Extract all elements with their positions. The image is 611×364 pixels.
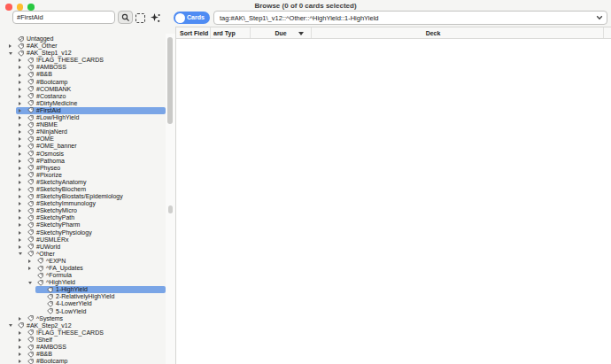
- sidebar-item-pixorize[interactable]: #Pixorize: [16, 172, 166, 179]
- expander-collapsed-icon[interactable]: [19, 245, 27, 249]
- expander-collapsed-icon[interactable]: [19, 123, 27, 127]
- expander-collapsed-icon[interactable]: [19, 174, 27, 177]
- expander-collapsed-icon[interactable]: [19, 152, 27, 156]
- table-body-empty[interactable]: [176, 39, 611, 364]
- sidebar-item-ak-other[interactable]: #AK_Other: [6, 43, 166, 50]
- cards-notes-toggle[interactable]: Cards: [174, 12, 210, 24]
- expander-collapsed-icon[interactable]: [19, 317, 27, 321]
- search-query-input[interactable]: [214, 12, 592, 24]
- expander-collapsed-icon[interactable]: [19, 66, 27, 69]
- expander-collapsed-icon[interactable]: [19, 181, 27, 184]
- chevron-down-icon[interactable]: [596, 15, 603, 20]
- sidebar-item-combank[interactable]: #COMBANK: [16, 86, 166, 93]
- expander-expanded-icon[interactable]: [19, 252, 27, 255]
- expander-collapsed-icon[interactable]: [19, 331, 27, 335]
- sidebar-item-sketchyanatomy[interactable]: #SketchyAnatomy: [16, 179, 166, 186]
- sidebar-item-amboss[interactable]: #AMBOSS: [16, 64, 166, 71]
- sidebar-item-firstaid[interactable]: #FirstAid: [16, 107, 166, 114]
- scrollbar-thumb-secondary[interactable]: [168, 205, 173, 213]
- sparkle-icon[interactable]: [149, 12, 161, 24]
- expander-collapsed-icon[interactable]: [9, 44, 18, 48]
- sidebar-filter-input[interactable]: [12, 11, 115, 24]
- expander-collapsed-icon[interactable]: [19, 88, 27, 91]
- sidebar-item-fa-updates[interactable]: ^FA_Updates: [26, 265, 166, 272]
- sidebar-item-b-b[interactable]: #B&B: [16, 71, 166, 78]
- sidebar-item-1-highyield[interactable]: 1-HighYield: [35, 286, 166, 293]
- column-header-sort-field[interactable]: Sort Field: [176, 27, 211, 38]
- sidebar-item-sketchymicro[interactable]: #SketchyMicro: [16, 207, 166, 214]
- sidebar-item-osmosis[interactable]: #Osmosis: [16, 151, 166, 158]
- expander-expanded-icon[interactable]: [9, 52, 18, 55]
- expander-collapsed-icon[interactable]: [19, 74, 27, 77]
- sidebar-item-expn[interactable]: ^EXPN: [26, 258, 166, 265]
- sidebar-item-formula[interactable]: ^Formula: [26, 272, 166, 279]
- column-header-due[interactable]: Due: [251, 27, 312, 38]
- expander-collapsed-icon[interactable]: [19, 238, 27, 242]
- expander-collapsed-icon[interactable]: [19, 102, 27, 105]
- sidebar-item-5-lowyield[interactable]: 5-LowYield: [35, 308, 166, 315]
- expander-expanded-icon[interactable]: [28, 282, 37, 284]
- expander-collapsed-icon[interactable]: [19, 58, 27, 62]
- expander-collapsed-icon[interactable]: [28, 267, 37, 270]
- expander-collapsed-icon[interactable]: [19, 352, 27, 356]
- expander-collapsed-icon[interactable]: [19, 216, 27, 220]
- expander-collapsed-icon[interactable]: [19, 338, 27, 342]
- expander-collapsed-icon[interactable]: [19, 95, 27, 98]
- sidebar-item-pathoma[interactable]: #Pathoma: [16, 158, 166, 165]
- sidebar-item-dirtymedicine[interactable]: #DirtyMedicine: [16, 100, 166, 107]
- expander-collapsed-icon[interactable]: [19, 109, 27, 112]
- search-button[interactable]: [118, 11, 133, 24]
- expander-collapsed-icon[interactable]: [19, 202, 27, 205]
- sidebar-item-bootcamp[interactable]: #Bootcamp: [16, 79, 166, 86]
- expander-collapsed-icon[interactable]: [19, 144, 27, 148]
- sidebar-item-sketchyimmunology[interactable]: #SketchyImmunology: [16, 200, 166, 207]
- expander-collapsed-icon[interactable]: [19, 130, 27, 134]
- sidebar-item-ome-banner[interactable]: #OME_banner: [16, 143, 166, 150]
- column-header-deck[interactable]: Deck: [312, 27, 604, 38]
- scrollbar-thumb[interactable]: [167, 37, 173, 124]
- expander-collapsed-icon[interactable]: [19, 209, 27, 213]
- sidebar-item-costanzo[interactable]: #Costanzo: [16, 93, 166, 100]
- sidebar-item-amboss[interactable]: #AMBOSS: [16, 344, 166, 351]
- sidebar-item-uworld[interactable]: #UWorld: [16, 244, 166, 251]
- sidebar-item-sketchybiochem[interactable]: #SketchyBiochem: [16, 186, 166, 193]
- sidebar-item-shelf[interactable]: !Shelf: [16, 337, 166, 344]
- sidebar-item-flag-these-cards[interactable]: !FLAG_THESE_CARDS: [16, 57, 166, 64]
- sidebar-item-ninjanerd[interactable]: #NinjaNerd: [16, 128, 166, 136]
- expander-collapsed-icon[interactable]: [19, 137, 27, 141]
- sidebar-item-low-highyield[interactable]: #Low/HighYield: [16, 114, 166, 121]
- expander-collapsed-icon[interactable]: [19, 81, 27, 84]
- sidebar-item-untagged[interactable]: Untagged: [6, 35, 166, 43]
- sidebar-item-sketchypharm[interactable]: #SketchyPharm: [16, 221, 166, 228]
- sidebar-item-2-relativelyhighyield[interactable]: 2-RelativelyHighYield: [35, 293, 166, 300]
- sidebar-item-ak-step1-v12[interactable]: #AK_Step1_v12: [6, 50, 166, 57]
- expander-collapsed-icon[interactable]: [19, 167, 27, 170]
- expander-collapsed-icon[interactable]: [19, 159, 27, 163]
- sidebar-item-usmlerx[interactable]: #USMLERx: [16, 236, 166, 244]
- expander-collapsed-icon[interactable]: [19, 231, 27, 235]
- expander-collapsed-icon[interactable]: [19, 116, 27, 120]
- expander-expanded-icon[interactable]: [9, 324, 18, 327]
- sidebar-item-systems[interactable]: ^Systems: [16, 315, 166, 322]
- expander-collapsed-icon[interactable]: [19, 345, 27, 349]
- sidebar-scrollbar[interactable]: [166, 34, 175, 364]
- sidebar-item-sketchypath[interactable]: #SketchyPath: [16, 214, 166, 221]
- expander-collapsed-icon[interactable]: [19, 188, 27, 191]
- sidebar-item-nbme[interactable]: #NBME: [16, 121, 166, 128]
- sidebar-item-sketchybiostats-epidemiology[interactable]: #SketchyBiostats/Epidemiology: [16, 193, 166, 200]
- sidebar-item-highyield[interactable]: ^HighYield: [26, 279, 166, 286]
- column-header-ard-typ[interactable]: ard Typ: [211, 27, 251, 38]
- sidebar-item-flag-these-cards[interactable]: !FLAG_THESE_CARDS: [16, 329, 166, 337]
- toggle-knob[interactable]: [175, 13, 185, 23]
- sidebar-item-physeo[interactable]: #Physeo: [16, 165, 166, 172]
- sidebar-item-sketchyphysiology[interactable]: #SketchyPhysiology: [16, 229, 166, 236]
- sidebar-item-other[interactable]: ^Other: [16, 251, 166, 258]
- sidebar-item-b-b[interactable]: #B&B: [16, 351, 166, 358]
- expander-collapsed-icon[interactable]: [19, 195, 27, 198]
- sidebar-item-ome[interactable]: #OME: [16, 136, 166, 143]
- expander-collapsed-icon[interactable]: [19, 223, 27, 227]
- search-combobox[interactable]: [213, 11, 607, 25]
- sidebar-item-4-loweryield[interactable]: 4-LowerYield: [35, 300, 166, 307]
- sort-arrow-icon[interactable]: [298, 32, 304, 35]
- select-area-icon[interactable]: [135, 13, 145, 23]
